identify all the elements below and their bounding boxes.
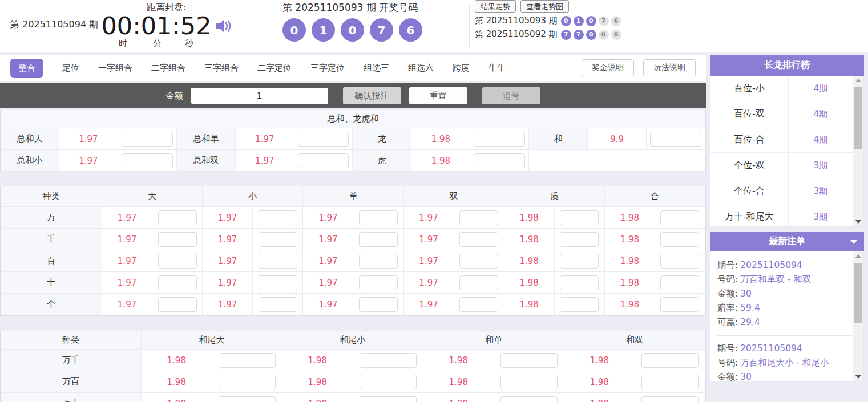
bet-amount-input[interactable]	[359, 232, 398, 247]
bet-amount-input[interactable]	[259, 210, 297, 225]
column-header-type: 种类	[1, 186, 102, 207]
chase-number-button[interactable]: 追号	[482, 87, 540, 104]
scroll-down-icon[interactable]	[853, 217, 863, 226]
bet-amount-input[interactable]	[660, 254, 699, 269]
bet-amount-input[interactable]	[641, 375, 699, 389]
bet-amount-input[interactable]	[360, 396, 417, 402]
bet-amount-input[interactable]	[560, 254, 599, 269]
bet-amount-input[interactable]	[158, 254, 197, 269]
dragon-row[interactable]: 个位-合 3期	[710, 178, 853, 204]
tab-erzi-dingwei[interactable]: 二字定位	[257, 59, 292, 78]
bet-amount-input[interactable]	[158, 232, 197, 247]
bet-amount-input[interactable]	[641, 396, 699, 402]
bet-amount-input[interactable]	[359, 297, 398, 312]
tab-zuxuan-liu[interactable]: 组选六	[408, 59, 434, 78]
bet-amount-input[interactable]	[219, 353, 276, 368]
bet-amount-input[interactable]	[219, 375, 276, 389]
scrollbar-thumb[interactable]	[854, 263, 862, 323]
tab-sanzi-zuhe[interactable]: 三字组合	[204, 59, 239, 78]
result-trend-button[interactable]: 结果走势	[475, 0, 516, 13]
scrollbar-track[interactable]	[853, 85, 863, 217]
bet-amount-input[interactable]	[359, 275, 398, 290]
dragon-row[interactable]: 百位-小 4期	[710, 76, 853, 101]
bet-amount-input[interactable]	[641, 353, 699, 368]
tab-sanzi-dingwei[interactable]: 三字定位	[310, 59, 345, 78]
bet-amount-input[interactable]	[560, 210, 599, 225]
amount-input[interactable]	[191, 88, 328, 104]
bet-amount-input[interactable]	[560, 297, 599, 312]
bet-amount-input[interactable]	[560, 275, 599, 290]
bet-amount-input[interactable]	[298, 153, 349, 168]
prize-info-button[interactable]: 奖金说明	[582, 59, 634, 76]
bet-amount-value: 30	[740, 289, 752, 299]
tab-yizi-zuhe[interactable]: 一字组合	[98, 59, 132, 78]
bet-amount-input[interactable]	[660, 297, 699, 312]
bet-amount-input[interactable]	[560, 232, 599, 247]
dragon-row[interactable]: 百位-合 4期	[710, 127, 853, 153]
bet-amount-input[interactable]	[298, 132, 349, 147]
bet-amount-input[interactable]	[259, 275, 297, 290]
tab-dingwei[interactable]: 定位	[62, 59, 79, 78]
header-divider	[233, 5, 233, 47]
bet-amount-input[interactable]	[122, 153, 173, 168]
dragon-row[interactable]: 百位-双 4期	[710, 101, 853, 127]
bet-win-value: 29.4	[740, 317, 760, 327]
bet-amount-input[interactable]	[459, 254, 498, 269]
bet-amount-input[interactable]	[158, 275, 197, 290]
tab-erzi-zuhe[interactable]: 二字组合	[151, 59, 185, 78]
bet-amount-input[interactable]	[360, 353, 417, 368]
bet-amount-input[interactable]	[650, 132, 701, 147]
bet-amount-input[interactable]	[359, 210, 398, 225]
bet-amount-input[interactable]	[359, 254, 398, 269]
bets-scrollbar[interactable]	[853, 251, 863, 381]
bet-amount-input[interactable]	[459, 232, 498, 247]
bet-amount-input[interactable]	[660, 210, 699, 225]
tab-zuxuan-san[interactable]: 组选三	[364, 59, 389, 78]
bet-amount-input[interactable]	[660, 275, 699, 290]
collapse-caret-icon[interactable]	[850, 240, 857, 244]
speaker-icon[interactable]	[215, 18, 232, 36]
scroll-up-icon[interactable]	[853, 76, 863, 85]
bet-amount-input[interactable]	[259, 297, 297, 312]
scroll-up-icon[interactable]	[853, 251, 863, 261]
tab-zhenghe[interactable]: 整合	[10, 59, 43, 78]
scroll-down-icon[interactable]	[853, 372, 863, 381]
bet-amount-input[interactable]	[459, 275, 498, 290]
bet-input-cell	[555, 250, 605, 272]
dragon-row[interactable]: 万十-和尾大 3期	[710, 204, 853, 227]
bet-odds: 1.98	[564, 371, 635, 393]
scrollbar-track[interactable]	[853, 261, 863, 372]
tab-kuadu[interactable]: 跨度	[453, 59, 470, 78]
bet-input-cell	[494, 393, 565, 402]
bet-amount-input[interactable]	[259, 232, 297, 247]
column-header: 双	[404, 186, 504, 207]
scrollbar-thumb[interactable]	[854, 87, 862, 149]
bet-amount-input[interactable]	[660, 232, 699, 247]
bet-amount-input[interactable]	[122, 132, 173, 147]
bet-amount-input[interactable]	[459, 210, 498, 225]
dragon-row[interactable]: 个位-双 3期	[710, 153, 853, 178]
bet-amount-input[interactable]	[158, 297, 197, 312]
bet-input-cell	[655, 250, 705, 272]
rules-info-button[interactable]: 玩法说明	[643, 59, 696, 76]
tab-niuniu[interactable]: 牛牛	[488, 59, 506, 78]
bet-input-cell	[555, 207, 605, 229]
reset-button[interactable]: 重置	[409, 87, 467, 104]
bet-odds: 1.97	[203, 229, 253, 250]
confirm-bet-button[interactable]: 确认投注	[343, 87, 401, 104]
bet-amount-input[interactable]	[474, 153, 525, 168]
bet-amount-input[interactable]	[474, 132, 525, 147]
bet-amount-input[interactable]	[219, 396, 276, 402]
bet-amount-input[interactable]	[500, 375, 558, 389]
view-trend-chart-button[interactable]: 查看走势图	[520, 0, 569, 13]
bet-amount-input[interactable]	[360, 375, 417, 389]
bet-input-cell	[118, 150, 177, 172]
bet-amount-input[interactable]	[459, 297, 498, 312]
dragon-scrollbar[interactable]	[853, 76, 863, 226]
bet-amount-input[interactable]	[259, 254, 297, 269]
column-header: 和尾大	[142, 331, 282, 350]
right-sidebar: 长龙排行榜 百位-小 4期 百位-双 4期 百位-合	[710, 55, 864, 402]
bet-amount-input[interactable]	[500, 353, 558, 368]
bet-amount-input[interactable]	[500, 396, 558, 402]
bet-amount-input[interactable]	[158, 210, 197, 225]
